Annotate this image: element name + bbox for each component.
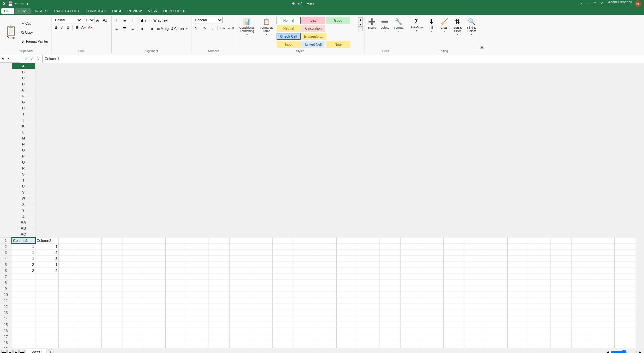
- cell-n7[interactable]: [294, 274, 315, 280]
- cell-a4[interactable]: 1: [12, 256, 35, 262]
- cell-n18[interactable]: [294, 340, 315, 346]
- cell-reference-box[interactable]: A1 ▼: [0, 55, 20, 63]
- cell-y18[interactable]: [529, 340, 550, 346]
- cell-g5[interactable]: [144, 262, 166, 268]
- cell-o7[interactable]: [315, 274, 337, 280]
- menu-formulas[interactable]: FORMULAS: [83, 8, 109, 14]
- cell-g3[interactable]: [144, 250, 166, 256]
- cell-ab9[interactable]: [593, 286, 615, 292]
- cell-b3[interactable]: 2: [35, 250, 59, 256]
- row-header-10[interactable]: 10: [0, 292, 12, 298]
- cell-f15[interactable]: [123, 322, 144, 328]
- cell-v12[interactable]: [465, 304, 486, 310]
- row-header-12[interactable]: 12: [0, 304, 12, 310]
- cell-u15[interactable]: [444, 322, 465, 328]
- cell-v9[interactable]: [465, 286, 486, 292]
- cell-x2[interactable]: [508, 244, 529, 250]
- col-header-AB[interactable]: AB: [12, 225, 35, 231]
- cell-ab7[interactable]: [593, 274, 615, 280]
- cell-a9[interactable]: [12, 286, 35, 292]
- cell-k9[interactable]: [230, 286, 251, 292]
- cell-x8[interactable]: [508, 280, 529, 286]
- cell-i10[interactable]: [187, 292, 208, 298]
- cell-z5[interactable]: [550, 262, 572, 268]
- cell-b2[interactable]: 1: [35, 244, 59, 250]
- cell-a11[interactable]: [12, 298, 35, 304]
- cell-t11[interactable]: [422, 298, 444, 304]
- cell-d16[interactable]: [80, 328, 102, 334]
- cell-p4[interactable]: [337, 256, 358, 262]
- cell-t3[interactable]: [422, 250, 444, 256]
- cell-x12[interactable]: [508, 304, 529, 310]
- cell-d7[interactable]: [80, 274, 102, 280]
- cell-ab1[interactable]: [593, 238, 615, 244]
- cell-q3[interactable]: [358, 250, 379, 256]
- cell-b16[interactable]: [35, 328, 59, 334]
- cell-z14[interactable]: [550, 316, 572, 322]
- cell-i5[interactable]: [187, 262, 208, 268]
- col-header-U[interactable]: U: [12, 183, 35, 189]
- cell-r7[interactable]: [379, 274, 401, 280]
- cell-e14[interactable]: [102, 316, 123, 322]
- cell-e6[interactable]: [102, 268, 123, 274]
- col-header-W[interactable]: W: [12, 195, 35, 201]
- cell-a18[interactable]: [12, 340, 35, 346]
- cell-m12[interactable]: [273, 304, 294, 310]
- format-painter-button[interactable]: 🖌 Format Painter: [20, 38, 50, 44]
- cell-x18[interactable]: [508, 340, 529, 346]
- cell-k4[interactable]: [230, 256, 251, 262]
- cell-p16[interactable]: [337, 328, 358, 334]
- cell-e13[interactable]: [102, 310, 123, 316]
- cell-t16[interactable]: [422, 328, 444, 334]
- cell-ac8[interactable]: [615, 280, 636, 286]
- cell-aa9[interactable]: [572, 286, 593, 292]
- cell-ac19[interactable]: [615, 346, 636, 348]
- cell-f10[interactable]: [123, 292, 144, 298]
- cell-j19[interactable]: [208, 346, 230, 348]
- cell-l11[interactable]: [251, 298, 273, 304]
- cell-aa14[interactable]: [572, 316, 593, 322]
- cell-z2[interactable]: [550, 244, 572, 250]
- cell-w3[interactable]: [486, 250, 508, 256]
- cell-q4[interactable]: [358, 256, 379, 262]
- cell-r10[interactable]: [379, 292, 401, 298]
- cell-r9[interactable]: [379, 286, 401, 292]
- cell-a5[interactable]: 2: [12, 262, 35, 268]
- cell-u9[interactable]: [444, 286, 465, 292]
- cell-p12[interactable]: [337, 304, 358, 310]
- font-family-select[interactable]: Calibri: [53, 17, 82, 23]
- cell-c14[interactable]: [59, 316, 80, 322]
- cell-z8[interactable]: [550, 280, 572, 286]
- cell-c11[interactable]: [59, 298, 80, 304]
- cell-o19[interactable]: [315, 346, 337, 348]
- cell-aa3[interactable]: [572, 250, 593, 256]
- align-top-button[interactable]: ⊤: [113, 17, 120, 24]
- cell-r11[interactable]: [379, 298, 401, 304]
- row-header-7[interactable]: 7: [0, 274, 12, 280]
- cell-n4[interactable]: [294, 256, 315, 262]
- cell-h12[interactable]: [166, 304, 187, 310]
- cell-ac1[interactable]: [615, 238, 636, 244]
- cell-m2[interactable]: [273, 244, 294, 250]
- cell-c18[interactable]: [59, 340, 80, 346]
- cell-n12[interactable]: [294, 304, 315, 310]
- add-sheet-button[interactable]: +: [48, 349, 54, 353]
- cell-m3[interactable]: [273, 250, 294, 256]
- cell-s15[interactable]: [401, 322, 422, 328]
- cell-ac5[interactable]: [615, 262, 636, 268]
- cell-h14[interactable]: [166, 316, 187, 322]
- cell-u10[interactable]: [444, 292, 465, 298]
- cell-h7[interactable]: [166, 274, 187, 280]
- cell-n1[interactable]: [294, 238, 315, 244]
- cell-a16[interactable]: [12, 328, 35, 334]
- cell-l10[interactable]: [251, 292, 273, 298]
- style-normal[interactable]: Normal: [277, 17, 301, 24]
- cell-r1[interactable]: [379, 238, 401, 244]
- currency-button[interactable]: $: [193, 24, 200, 32]
- cell-u4[interactable]: [444, 256, 465, 262]
- cell-p14[interactable]: [337, 316, 358, 322]
- cell-x16[interactable]: [508, 328, 529, 334]
- cell-u12[interactable]: [444, 304, 465, 310]
- formula-confirm-btn[interactable]: ✓: [29, 56, 35, 62]
- grid-container[interactable]: A B C D E F G H I J K L M N O P Q: [0, 63, 644, 348]
